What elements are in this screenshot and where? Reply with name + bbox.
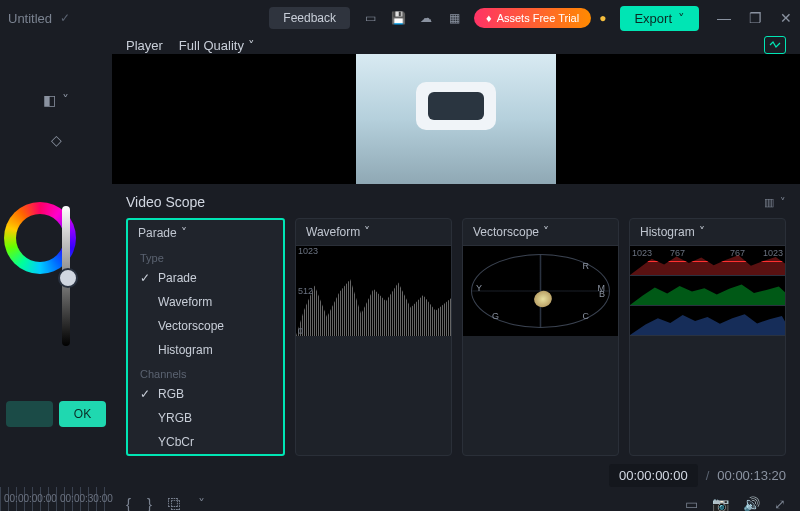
chevron-down-icon: ˅	[248, 38, 255, 53]
device-icon[interactable]: ▭	[362, 10, 378, 26]
vs-label: R	[583, 261, 590, 271]
close-icon[interactable]: ✕	[780, 10, 792, 26]
scope-select-label: Histogram	[640, 225, 695, 239]
coin-icon[interactable]: ●	[599, 11, 606, 25]
vs-label: C	[583, 311, 590, 321]
scope-panel-waveform: Waveform ˅ 1023 512 0	[295, 218, 452, 456]
vectorscope-display: R M B C G Y	[463, 246, 618, 336]
chevron-down-icon: ˅	[699, 225, 705, 239]
scope-panel-vectorscope: Vectorscope ˅ R M B C G Y	[462, 218, 619, 456]
chevron-down-icon: ˅	[364, 225, 370, 239]
scope-select-label: Vectorscope	[473, 225, 539, 239]
diamond-icon: ♦	[486, 12, 492, 24]
dropdown-item-histogram[interactable]: Histogram	[128, 338, 283, 362]
minimize-icon[interactable]: —	[717, 10, 731, 26]
wf-tick: 512	[298, 286, 313, 296]
project-title: Untitled	[8, 11, 52, 26]
preview-viewport	[112, 54, 800, 184]
diamond-shape-icon[interactable]: ◇	[51, 132, 62, 148]
timecode-row: 00:00:00:00 / 00:00:13:20	[112, 456, 800, 491]
scope-select-vectorscope[interactable]: Vectorscope ˅	[463, 219, 618, 246]
export-button[interactable]: Export ˅	[620, 6, 699, 31]
grid-icon[interactable]: ▦	[446, 10, 462, 26]
chevron-down-icon: ˅	[181, 226, 187, 240]
dropdown-section-channels: Channels	[128, 362, 283, 382]
time-separator: /	[706, 468, 710, 483]
scope-select-parade[interactable]: Parade ˅	[128, 220, 283, 246]
cancel-button[interactable]	[6, 401, 53, 427]
mark-out-icon[interactable]: }	[147, 495, 152, 511]
value-slider[interactable]	[62, 206, 70, 346]
waveform-display: 1023 512 0	[296, 246, 451, 336]
scope-select-label: Waveform	[306, 225, 360, 239]
preview-frame	[356, 54, 556, 184]
quality-label: Full Quality	[179, 38, 244, 53]
dropdown-section-type: Type	[128, 246, 283, 266]
current-time[interactable]: 00:00:00:00	[609, 464, 698, 487]
assets-trial-label: Assets Free Trial	[497, 12, 580, 24]
duration-time: 00:00:13:20	[717, 468, 786, 483]
scope-panel-parade: Parade ˅ Type Parade Waveform Vectorscop…	[126, 218, 285, 456]
vs-label: Y	[476, 283, 482, 293]
player-label: Player	[126, 38, 163, 53]
left-panel: ◧ ˅ ◇ OK	[0, 36, 112, 511]
dropdown-item-vectorscope[interactable]: Vectorscope	[128, 314, 283, 338]
ruler-tick: 00:00:00:00	[4, 493, 57, 504]
volume-icon[interactable]: 🔊	[743, 496, 760, 512]
dropdown-item-ycbcr[interactable]: YCbCr	[128, 430, 283, 454]
player-bar: Player Full Quality ˅	[112, 36, 800, 54]
save-icon[interactable]: 💾	[390, 10, 406, 26]
dropdown-item-yrgb[interactable]: YRGB	[128, 406, 283, 430]
display-icon[interactable]: ▭	[685, 496, 698, 512]
ruler-tick: 00:00:30:00	[60, 493, 113, 504]
camera-icon[interactable]: 📷	[712, 496, 729, 512]
wf-tick: 0	[298, 326, 303, 336]
compare-icon[interactable]: ◧	[43, 92, 56, 108]
scope-title: Video Scope	[126, 194, 205, 210]
wf-tick: 1023	[298, 246, 318, 256]
vs-label: B	[599, 289, 605, 299]
dropdown-item-parade[interactable]: Parade	[128, 266, 283, 290]
ok-button[interactable]: OK	[59, 401, 106, 427]
export-label: Export	[634, 11, 672, 26]
vs-label: G	[492, 311, 499, 321]
chevron-down-icon: ˅	[543, 225, 549, 239]
scope-select-label: Parade	[138, 226, 177, 240]
saved-check-icon: ✓	[60, 11, 70, 25]
cloud-icon[interactable]: ☁	[418, 10, 434, 26]
scope-select-histogram[interactable]: Histogram ˅	[630, 219, 785, 246]
assets-trial-pill[interactable]: ♦ Assets Free Trial	[474, 8, 591, 28]
histogram-display: 1023 767 767 1023	[630, 246, 785, 336]
dropdown-item-waveform[interactable]: Waveform	[128, 290, 283, 314]
snapshot-icon[interactable]	[764, 36, 786, 54]
chevron-down-icon[interactable]: ˅	[62, 92, 69, 108]
dropdown-item-rgb[interactable]: RGB	[128, 382, 283, 406]
video-scope-section: Video Scope ▥ ˅ Parade ˅ Type Parade Wav…	[112, 184, 800, 456]
scope-layout-icon[interactable]: ▥	[764, 196, 774, 209]
title-bar: Untitled ✓ Feedback ▭ 💾 ☁ ▦ ♦ Assets Fre…	[0, 0, 800, 36]
quality-select[interactable]: Full Quality ˅	[179, 38, 255, 53]
fullscreen-icon[interactable]: ⤢	[774, 496, 786, 512]
chevron-down-icon: ˅	[678, 11, 685, 26]
mark-in-icon[interactable]: {	[126, 495, 131, 511]
scope-select-waveform[interactable]: Waveform ˅	[296, 219, 451, 246]
guide-icon[interactable]: ⿻	[168, 496, 182, 512]
chevron-down-icon[interactable]: ˅	[780, 196, 786, 209]
chevron-down-icon[interactable]: ˅	[198, 496, 205, 512]
maximize-icon[interactable]: ❐	[749, 10, 762, 26]
scope-panel-histogram: Histogram ˅ 1023 767 767 1023	[629, 218, 786, 456]
marker-tools-row: { } ⿻ ˅ ▭ 📷 🔊 ⤢	[112, 491, 800, 511]
feedback-button[interactable]: Feedback	[269, 7, 350, 29]
